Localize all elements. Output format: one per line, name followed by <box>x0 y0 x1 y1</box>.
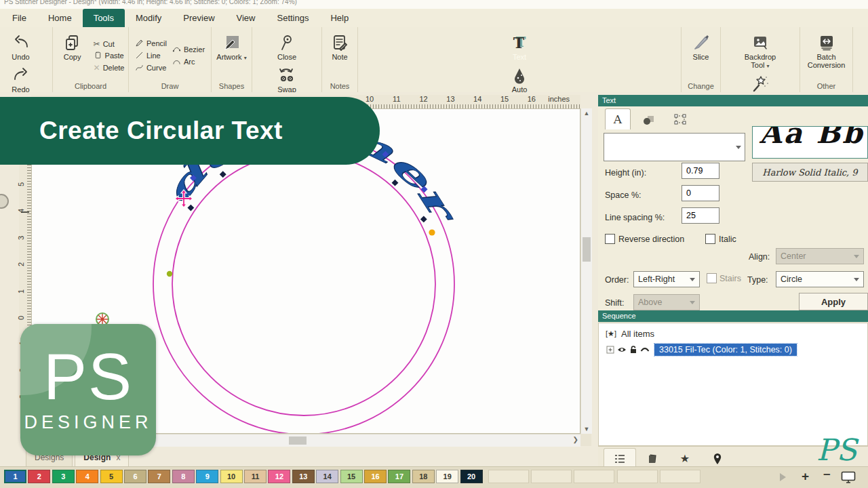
ribbon-copy-button[interactable]: Copy <box>55 29 90 62</box>
palette-swatch-5[interactable]: 5 <box>100 470 123 483</box>
chevron-down-icon[interactable] <box>854 278 859 281</box>
tab-text-properties[interactable]: A <box>605 108 631 129</box>
palette-swatch-8[interactable]: 8 <box>172 470 195 483</box>
ribbon-slice-button[interactable]: Slice <box>684 29 719 62</box>
palette-swatch-7[interactable]: 7 <box>148 470 170 483</box>
menu-modify[interactable]: Modify <box>125 9 172 27</box>
chevron-down-icon[interactable] <box>736 146 741 149</box>
ribbon-undo-button[interactable]: Undo <box>3 29 39 62</box>
palette-swatch-15[interactable]: 15 <box>340 470 363 483</box>
scroll-up-arrow[interactable]: ▲ <box>581 110 592 117</box>
tab-sequence-list[interactable] <box>604 448 636 468</box>
palette-swatch-1[interactable]: 1 <box>4 470 26 483</box>
palette-swatch-10[interactable]: 10 <box>220 470 243 483</box>
remove-color-button[interactable]: – <box>823 468 831 480</box>
palette-swatch-6[interactable]: 6 <box>124 470 146 483</box>
font-select-button[interactable]: Harlow Solid Italic, 9 <box>752 163 868 182</box>
order-select[interactable]: Left-Right <box>633 271 700 287</box>
vertical-scrollbar[interactable]: ▲ ▼ <box>580 108 592 434</box>
dropdown-arrow-icon[interactable]: ▾ <box>767 63 770 69</box>
palette-swatch-19[interactable]: 19 <box>436 470 458 483</box>
ribbon-delete-button[interactable]: ✕Delete <box>94 63 125 73</box>
ribbon-batch-conversion-button[interactable]: Batch Conversion <box>809 29 844 69</box>
play-icon[interactable] <box>780 473 786 481</box>
ribbon-magic-wand-button[interactable]: Magic Wand <box>743 70 778 92</box>
visibility-eye-icon[interactable] <box>617 345 627 354</box>
chevron-down-icon[interactable] <box>690 278 695 281</box>
palette-swatch-16[interactable]: 16 <box>364 470 387 483</box>
height-input[interactable] <box>682 163 719 179</box>
ribbon-arc-button[interactable]: Arc <box>172 57 195 67</box>
palette-swatch-17[interactable]: 17 <box>388 470 410 483</box>
ribbon-button-label: Redo <box>12 86 29 93</box>
ribbon-button-label: Undo <box>12 54 29 62</box>
tab-favorites[interactable]: ★ <box>669 448 701 468</box>
sequence-all-items-row[interactable]: [★] All items <box>606 329 654 339</box>
palette-swatch-2[interactable]: 2 <box>28 470 50 483</box>
hscroll-thumb[interactable] <box>289 436 307 445</box>
reverse-direction-checkbox[interactable] <box>605 234 615 244</box>
palette-swatch-4[interactable]: 4 <box>76 470 98 483</box>
menu-settings[interactable]: Settings <box>267 9 320 27</box>
scroll-right-arrow[interactable]: ❯ <box>573 436 578 443</box>
menu-home[interactable]: Home <box>37 9 83 27</box>
menu-file[interactable]: File <box>1 9 37 27</box>
menu-bar: FileHomeToolsModifyPreviewViewSettingsHe… <box>0 9 868 27</box>
tab-location[interactable] <box>701 448 734 468</box>
apply-button[interactable]: Apply <box>799 293 868 310</box>
ps-designer-logo: PS DESIGNER <box>20 324 156 455</box>
ribbon-redo-button[interactable]: Redo <box>3 62 39 93</box>
expand-icon[interactable] <box>606 345 615 354</box>
ribbon-curve-button[interactable]: Curve <box>135 63 166 73</box>
italic-checkbox[interactable] <box>705 234 715 244</box>
ribbon-auto-digitizing-button[interactable]: Auto Digitizing <box>502 62 537 93</box>
orange-end-handle[interactable] <box>429 229 435 235</box>
dropdown-arrow-icon[interactable]: ▾ <box>244 55 247 61</box>
palette-swatch-13[interactable]: 13 <box>292 470 315 483</box>
cut-icon: ✂ <box>94 39 100 49</box>
lock-icon[interactable] <box>629 345 638 354</box>
ribbon-button-label: Text <box>513 54 526 62</box>
ribbon-line-button[interactable]: Line <box>135 51 161 61</box>
ribbon-bezier-button[interactable]: Bezier <box>172 45 205 55</box>
ruler-number: 10 <box>366 95 374 103</box>
text-content-input[interactable] <box>604 133 745 161</box>
thread-color-item[interactable]: 33015 Fil-Tec (Color: 1, Stitches: 0) <box>654 344 797 356</box>
ribbon-artwork-button[interactable]: Artwork ▾ <box>214 29 250 62</box>
tab-shape-properties[interactable] <box>636 108 662 129</box>
line-spacing-input[interactable] <box>682 207 719 224</box>
palette-swatch-9[interactable]: 9 <box>196 470 218 483</box>
type-select[interactable]: Circle <box>776 271 864 287</box>
tab-pages[interactable] <box>636 448 669 468</box>
palette-swatch-12[interactable]: 12 <box>268 470 290 483</box>
palette-swatch-18[interactable]: 18 <box>412 470 435 483</box>
vscroll-thumb[interactable] <box>583 237 591 262</box>
monitor-icon[interactable] <box>841 471 856 484</box>
ribbon-swap-button[interactable]: Swap <box>269 62 304 93</box>
ribbon-text-button[interactable]: TTText <box>502 29 537 62</box>
add-color-button[interactable]: + <box>802 470 809 483</box>
palette-swatch-11[interactable]: 11 <box>244 470 267 483</box>
palette-swatch-14[interactable]: 14 <box>316 470 338 483</box>
ribbon-cut-button[interactable]: ✂Cut <box>94 39 115 49</box>
menu-help[interactable]: Help <box>319 9 359 27</box>
ribbon-button-label: Slice <box>693 54 709 62</box>
ribbon-close-button[interactable]: Close <box>269 29 304 62</box>
tab-transform-properties[interactable] <box>667 108 693 129</box>
ribbon-backdrop-tool-button[interactable]: Backdrop Tool ▾ <box>743 29 778 70</box>
ribbon-group-edit: UndoRedoEdit <box>0 27 53 92</box>
space-input[interactable] <box>682 185 719 201</box>
menu-preview[interactable]: Preview <box>172 9 225 27</box>
sequence-item-row[interactable]: 33015 Fil-Tec (Color: 1, Stitches: 0) <box>606 344 797 356</box>
green-node-handle[interactable] <box>167 271 172 277</box>
menu-view[interactable]: View <box>226 9 267 27</box>
menu-tools[interactable]: Tools <box>83 9 125 27</box>
ribbon-note-button[interactable]: Note <box>322 29 357 62</box>
scroll-down-arrow[interactable]: ▼ <box>581 426 592 432</box>
inner-circle-path[interactable] <box>172 152 435 415</box>
ribbon-paste-button[interactable]: Paste <box>94 51 124 61</box>
palette-swatch-3[interactable]: 3 <box>52 470 75 483</box>
palette-swatch-20[interactable]: 20 <box>460 470 483 483</box>
ribbon-group-label: Draw <box>129 82 211 92</box>
ribbon-pencil-button[interactable]: Pencil <box>135 39 167 49</box>
